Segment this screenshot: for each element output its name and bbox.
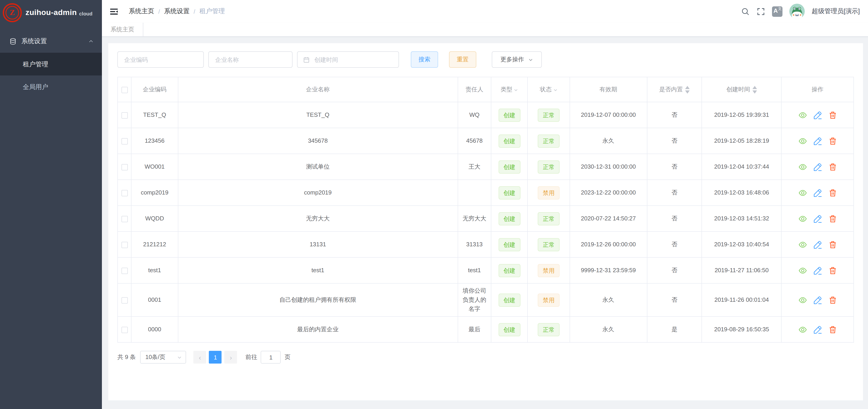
sidebar-menu: 系统设置 租户管理 全局用户 bbox=[0, 30, 102, 98]
row-checkbox[interactable] bbox=[121, 267, 128, 274]
delete-icon[interactable] bbox=[828, 189, 837, 197]
view-icon[interactable] bbox=[798, 137, 807, 145]
row-checkbox[interactable] bbox=[121, 297, 128, 303]
view-icon[interactable] bbox=[798, 296, 807, 305]
type-tag: 创建 bbox=[498, 264, 520, 277]
filter-caret-icon[interactable] bbox=[553, 88, 558, 92]
delete-icon[interactable] bbox=[828, 296, 837, 305]
page-number-1[interactable]: 1 bbox=[209, 351, 222, 364]
table-row: 0001自己创建的租户拥有所有权限填你公司负责人的名字创建禁用永久否2019-1… bbox=[118, 283, 854, 316]
col-created-time[interactable]: 创建时间 bbox=[702, 77, 781, 102]
cell-actions bbox=[781, 232, 854, 258]
chevron-up-icon bbox=[88, 39, 94, 44]
cell-owner bbox=[458, 180, 491, 206]
tag-system-home[interactable]: 系统主页 bbox=[102, 23, 143, 36]
sidebar-group-system-settings[interactable]: 系统设置 bbox=[0, 30, 102, 53]
edit-icon[interactable] bbox=[813, 214, 822, 223]
delete-icon[interactable] bbox=[828, 214, 837, 223]
edit-icon[interactable] bbox=[813, 240, 822, 249]
more-actions-button[interactable]: 更多操作 bbox=[492, 52, 542, 68]
cell-owner: 填你公司负责人的名字 bbox=[458, 283, 491, 316]
cell-owner: 45678 bbox=[458, 128, 491, 154]
view-icon[interactable] bbox=[798, 214, 807, 223]
edit-icon[interactable] bbox=[813, 189, 822, 197]
edit-icon[interactable] bbox=[813, 137, 822, 145]
col-builtin[interactable]: 是否内置 bbox=[647, 77, 702, 102]
sort-caret-icon[interactable] bbox=[752, 86, 757, 94]
cell-builtin: 否 bbox=[647, 128, 702, 154]
language-icon[interactable]: A 文 bbox=[772, 6, 782, 16]
row-checkbox[interactable] bbox=[121, 112, 128, 118]
navbar-actions: A 文 bbox=[741, 4, 868, 19]
sidebar-item-global-users[interactable]: 全局用户 bbox=[0, 75, 102, 98]
cell-owner: 31313 bbox=[458, 232, 491, 258]
hamburger-icon[interactable] bbox=[102, 7, 122, 16]
filter-caret-icon[interactable] bbox=[514, 88, 518, 92]
delete-icon[interactable] bbox=[828, 266, 837, 275]
status-tag: 正常 bbox=[538, 323, 560, 336]
enterprise-name-input[interactable] bbox=[214, 56, 287, 63]
delete-icon[interactable] bbox=[828, 240, 837, 249]
cell-builtin: 是 bbox=[647, 316, 702, 342]
cell-created-time: 2019-08-29 16:50:35 bbox=[702, 316, 781, 342]
type-tag: 创建 bbox=[498, 212, 520, 225]
row-checkbox[interactable] bbox=[121, 190, 128, 196]
table-row: 0000最后的内置企业最后创建正常永久是2019-08-29 16:50:35 bbox=[118, 316, 854, 342]
user-avatar[interactable] bbox=[789, 4, 805, 19]
col-type[interactable]: 类型 bbox=[491, 77, 528, 102]
sort-caret-icon[interactable] bbox=[685, 86, 690, 94]
type-tag: 创建 bbox=[498, 238, 520, 251]
view-icon[interactable] bbox=[798, 163, 807, 171]
select-all-checkbox[interactable] bbox=[121, 87, 128, 93]
view-icon[interactable] bbox=[798, 189, 807, 197]
delete-icon[interactable] bbox=[828, 163, 837, 171]
cell-actions bbox=[781, 258, 854, 283]
cell-validity: 2020-07-22 14:50:27 bbox=[570, 206, 647, 232]
delete-icon[interactable] bbox=[828, 326, 837, 334]
col-validity: 有效期 bbox=[570, 77, 647, 102]
edit-icon[interactable] bbox=[813, 296, 822, 305]
cell-created-time: 2019-12-05 19:39:31 bbox=[702, 102, 781, 128]
view-icon[interactable] bbox=[798, 266, 807, 275]
cell-validity: 永久 bbox=[570, 128, 647, 154]
view-icon[interactable] bbox=[798, 111, 807, 120]
row-checkbox[interactable] bbox=[121, 242, 128, 248]
view-icon[interactable] bbox=[798, 326, 807, 334]
page-size-select[interactable]: 10条/页 bbox=[141, 351, 186, 364]
row-checkbox[interactable] bbox=[121, 164, 128, 170]
enterprise-name-field bbox=[208, 52, 292, 68]
cell-owner: 王大 bbox=[458, 154, 491, 180]
goto-page-input[interactable] bbox=[261, 351, 281, 364]
breadcrumb-home[interactable]: 系统主页 bbox=[129, 7, 154, 15]
sidebar-item-tenant-management[interactable]: 租户管理 bbox=[0, 53, 102, 75]
cell-validity: 永久 bbox=[570, 283, 647, 316]
search-button[interactable]: 搜索 bbox=[411, 52, 438, 68]
row-checkbox[interactable] bbox=[121, 138, 128, 144]
main-content: 搜索 重置 更多操作 bbox=[102, 37, 868, 409]
cell-validity: 永久 bbox=[570, 316, 647, 342]
edit-icon[interactable] bbox=[813, 266, 822, 275]
edit-icon[interactable] bbox=[813, 326, 822, 334]
delete-icon[interactable] bbox=[828, 111, 837, 120]
col-enterprise-name: 企业名称 bbox=[178, 77, 458, 102]
reset-button[interactable]: 重置 bbox=[449, 52, 476, 68]
created-time-input[interactable] bbox=[313, 56, 393, 63]
breadcrumb-system-settings[interactable]: 系统设置 bbox=[164, 7, 189, 15]
edit-icon[interactable] bbox=[813, 163, 822, 171]
type-tag: 创建 bbox=[498, 108, 520, 122]
row-checkbox[interactable] bbox=[121, 327, 128, 333]
col-status[interactable]: 状态 bbox=[528, 77, 570, 102]
current-user-name[interactable]: 超级管理员[演示] bbox=[812, 7, 860, 15]
next-page-button[interactable]: › bbox=[224, 351, 237, 364]
edit-icon[interactable] bbox=[813, 111, 822, 120]
sidebar: Z zuihou-admin cloud 系统设置 bbox=[0, 0, 102, 409]
row-checkbox[interactable] bbox=[121, 216, 128, 222]
enterprise-code-input[interactable] bbox=[123, 56, 198, 63]
fullscreen-icon[interactable] bbox=[756, 7, 765, 16]
delete-icon[interactable] bbox=[828, 137, 837, 145]
prev-page-button[interactable]: ‹ bbox=[193, 351, 206, 364]
tags-view-bar: 系统主页 bbox=[102, 23, 868, 37]
top-navbar: 系统主页 / 系统设置 / 租户管理 A 文 bbox=[102, 0, 868, 23]
view-icon[interactable] bbox=[798, 240, 807, 249]
search-icon[interactable] bbox=[741, 7, 750, 16]
